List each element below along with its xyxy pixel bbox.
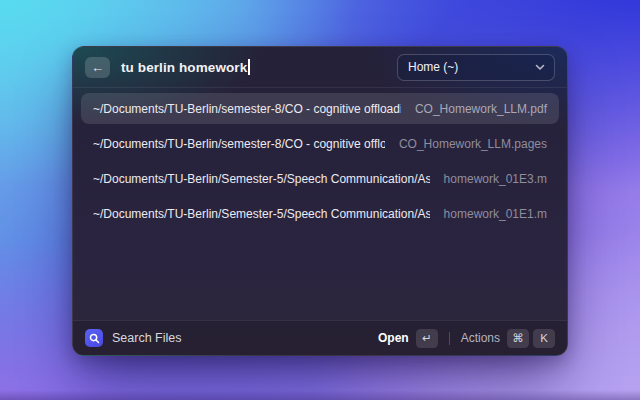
result-path: ~/Documents/TU-Berlin/Semester-5/Speech … — [93, 172, 430, 186]
return-key-badge[interactable]: ↵ — [416, 329, 438, 348]
command-key-badge[interactable]: ⌘ — [507, 329, 529, 348]
result-row[interactable]: ~/Documents/TU-Berlin/semester-8/CO - co… — [81, 93, 559, 124]
back-arrow-icon: ← — [91, 61, 104, 74]
action-bar: Search Files Open ↵ Actions ⌘ K — [73, 320, 567, 355]
result-path: ~/Documents/TU-Berlin/Semester-5/Speech … — [93, 207, 430, 221]
chevron-down-icon — [535, 64, 545, 71]
back-button[interactable]: ← — [85, 57, 110, 78]
result-filename: homework_01E3.m — [444, 172, 547, 186]
search-results-list: ~/Documents/TU-Berlin/semester-8/CO - co… — [73, 88, 567, 320]
footer-divider — [449, 332, 450, 345]
search-scope-dropdown[interactable]: Home (~) — [397, 54, 555, 81]
result-filename: CO_Homework_LLM.pages — [399, 137, 547, 151]
result-path: ~/Documents/TU-Berlin/semester-8/CO - co… — [93, 102, 401, 116]
search-input[interactable]: tu berlin homework — [121, 59, 250, 75]
search-icon — [89, 333, 100, 344]
result-filename: homework_01E1.m — [444, 207, 547, 221]
search-input-value: tu berlin homework — [121, 60, 247, 75]
wallpaper-bottom-edge — [0, 390, 640, 400]
result-row[interactable]: ~/Documents/TU-Berlin/Semester-5/Speech … — [81, 163, 559, 194]
search-files-extension-icon — [85, 329, 103, 347]
search-bar: ← tu berlin homework Home (~) — [73, 47, 567, 88]
k-key-badge[interactable]: K — [533, 329, 555, 348]
result-path: ~/Documents/TU-Berlin/semester-8/CO - co… — [93, 137, 385, 151]
result-row[interactable]: ~/Documents/TU-Berlin/semester-8/CO - co… — [81, 128, 559, 159]
result-row[interactable]: ~/Documents/TU-Berlin/Semester-5/Speech … — [81, 198, 559, 229]
extension-name-label: Search Files — [112, 331, 181, 345]
scope-dropdown-value: Home (~) — [408, 60, 458, 74]
result-filename: CO_Homework_LLM.pdf — [415, 102, 547, 116]
open-action-button[interactable]: Open — [378, 331, 409, 345]
actions-menu-button[interactable]: Actions — [461, 331, 500, 345]
text-cursor — [248, 59, 250, 75]
launcher-window: ← tu berlin homework Home (~) ~/Document… — [72, 46, 568, 356]
